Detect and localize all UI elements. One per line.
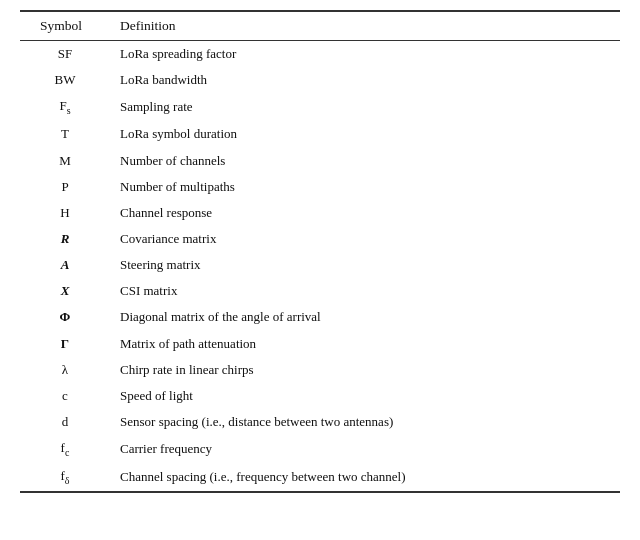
definition-cell: LoRa symbol duration [110,121,620,147]
definition-cell: Diagonal matrix of the angle of arrival [110,304,620,330]
definition-cell: CSI matrix [110,278,620,304]
symbol-cell: fc [20,435,110,463]
definition-cell: Covariance matrix [110,226,620,252]
table-row: PNumber of multipaths [20,174,620,200]
table-row: XCSI matrix [20,278,620,304]
table-row: FsSampling rate [20,93,620,121]
symbol-cell: R [20,226,110,252]
definition-cell: Number of multipaths [110,174,620,200]
definition-cell: Sensor spacing (i.e., distance between t… [110,409,620,435]
table-row: BWLoRa bandwidth [20,67,620,93]
definition-cell: Channel response [110,200,620,226]
header-symbol: Symbol [20,11,110,41]
symbol-cell: d [20,409,110,435]
table-row: fδChannel spacing (i.e., frequency betwe… [20,463,620,492]
definition-cell: Matrix of path attenuation [110,331,620,357]
definition-cell: Sampling rate [110,93,620,121]
table-row: RCovariance matrix [20,226,620,252]
table-row: λChirp rate in linear chirps [20,357,620,383]
symbol-cell: P [20,174,110,200]
table-row: HChannel response [20,200,620,226]
definition-cell: LoRa spreading factor [110,41,620,68]
table-row: ASteering matrix [20,252,620,278]
symbol-cell: SF [20,41,110,68]
symbol-table: Symbol Definition SFLoRa spreading facto… [20,10,620,493]
table-row: TLoRa symbol duration [20,121,620,147]
definition-cell: Chirp rate in linear chirps [110,357,620,383]
table-row: ΓMatrix of path attenuation [20,331,620,357]
table-row: cSpeed of light [20,383,620,409]
table-row: dSensor spacing (i.e., distance between … [20,409,620,435]
header-definition: Definition [110,11,620,41]
symbol-cell: λ [20,357,110,383]
definition-cell: Speed of light [110,383,620,409]
symbol-cell: T [20,121,110,147]
symbol-cell: X [20,278,110,304]
table-header-row: Symbol Definition [20,11,620,41]
symbol-cell: Φ [20,304,110,330]
symbol-cell: Fs [20,93,110,121]
table-row: SFLoRa spreading factor [20,41,620,68]
symbol-cell: c [20,383,110,409]
symbol-cell: A [20,252,110,278]
definition-cell: LoRa bandwidth [110,67,620,93]
symbol-cell: H [20,200,110,226]
table-row: ΦDiagonal matrix of the angle of arrival [20,304,620,330]
symbol-cell: M [20,148,110,174]
definition-cell: Channel spacing (i.e., frequency between… [110,463,620,492]
definition-cell: Carrier frequency [110,435,620,463]
symbol-cell: BW [20,67,110,93]
definition-cell: Steering matrix [110,252,620,278]
table-row: fcCarrier frequency [20,435,620,463]
table-row: MNumber of channels [20,148,620,174]
symbol-cell: Γ [20,331,110,357]
definition-cell: Number of channels [110,148,620,174]
symbol-cell: fδ [20,463,110,492]
